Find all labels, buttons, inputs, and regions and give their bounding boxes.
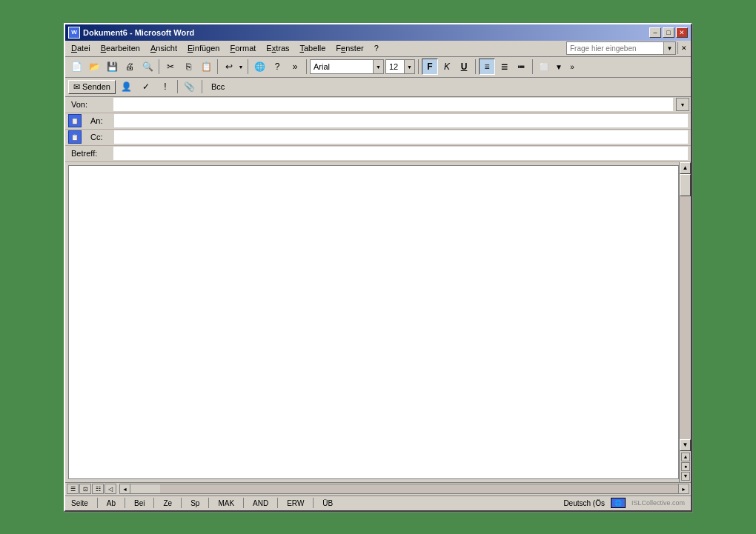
restore-button[interactable]: □	[663, 27, 674, 38]
scroll-left-btn[interactable]: ◄	[120, 484, 130, 493]
an-input[interactable]	[114, 114, 688, 127]
outline-view-btn[interactable]: ☷	[92, 484, 104, 494]
horizontal-scrollbar: ◄ ►	[119, 484, 689, 494]
help-close-btn[interactable]: ✕	[677, 42, 689, 54]
status-sep-4	[181, 498, 182, 508]
size-selector[interactable]: 12 ▼	[385, 59, 415, 74]
betreff-row: Betreff:	[65, 146, 691, 162]
menu-einfuegen[interactable]: Einfügen	[183, 42, 224, 54]
help-search-input[interactable]	[567, 44, 663, 53]
title-buttons: – □ ✕	[649, 27, 688, 38]
italic-button[interactable]: K	[439, 59, 455, 75]
scroll-right-btn[interactable]: ►	[678, 484, 689, 493]
cc-input-container	[114, 130, 688, 144]
close-button[interactable]: ✕	[676, 27, 688, 38]
font-selector[interactable]: Arial ▼	[310, 59, 384, 74]
border-button-group[interactable]: ⬜ ▼	[536, 59, 565, 75]
paste-btn[interactable]: 📋	[198, 59, 214, 75]
cc-icon: 📋	[68, 130, 82, 144]
print-btn[interactable]: 🖨	[122, 59, 138, 75]
von-input[interactable]	[113, 98, 673, 111]
scroll-center-btn[interactable]: ●	[681, 462, 690, 471]
title-bar: W Dokument6 - Microsoft Word – □ ✕	[65, 24, 691, 41]
cc-label: Cc:	[84, 131, 114, 143]
status-ze: Ze	[160, 499, 175, 507]
list-btn[interactable]: ≔	[513, 59, 529, 75]
save-btn[interactable]: 💾	[104, 59, 120, 75]
more-btn[interactable]: »	[287, 59, 303, 75]
scroll-next-page-btn[interactable]: ▼	[681, 472, 690, 481]
menu-datei[interactable]: Datei	[67, 42, 95, 54]
font-dropdown-arrow[interactable]: ▼	[373, 60, 383, 73]
bcc-button[interactable]: Bcc	[206, 80, 230, 93]
menu-format[interactable]: Format	[225, 42, 260, 54]
undo-arrow[interactable]: ▼	[237, 59, 245, 75]
menu-help[interactable]: ?	[370, 42, 383, 54]
menu-tabelle[interactable]: Tabelle	[296, 42, 331, 54]
normal-view-btn[interactable]: ☰	[67, 484, 79, 494]
cc-row: 📋 Cc:	[65, 130, 691, 146]
document-area[interactable]	[68, 165, 679, 479]
menu-ansicht[interactable]: Ansicht	[146, 42, 182, 54]
menu-bearbeiten[interactable]: Bearbeiten	[96, 42, 145, 54]
minimize-button[interactable]: –	[649, 27, 661, 38]
border-btn[interactable]: ⬜	[536, 59, 552, 75]
undo-btn[interactable]: ↩	[221, 59, 237, 75]
toolbar-sep-3	[248, 59, 248, 74]
watermark-text: ISLCollective.com	[629, 499, 688, 507]
vertical-scrollbar: ▲ ▼ ▲ ● ▼	[679, 162, 691, 482]
status-language: Deutsch (Ös	[560, 499, 608, 507]
scroll-thumb-h[interactable]	[130, 484, 160, 493]
status-sep-2	[125, 498, 125, 508]
preview-btn[interactable]: 🔍	[139, 59, 156, 75]
status-bar: Seite Ab Bei Ze Sp MAK AND ERW ÜB Deutsc…	[65, 495, 691, 510]
align-center-btn[interactable]: ☰	[496, 59, 512, 75]
align-left-btn[interactable]: ≡	[479, 59, 495, 75]
scroll-down-btn[interactable]: ▼	[680, 439, 691, 451]
size-dropdown-arrow[interactable]: ▼	[404, 60, 414, 73]
an-row: 📋 An:	[65, 113, 691, 130]
bcc-label: Bcc	[211, 82, 225, 91]
von-row: Von: ▼	[65, 97, 691, 113]
scroll-prev-page-btn[interactable]: ▲	[681, 453, 690, 461]
help-search-box[interactable]: ▼	[566, 41, 676, 55]
reading-view-btn[interactable]: ◁	[105, 484, 116, 494]
status-bei: Bei	[131, 499, 147, 507]
email-toolbar: ✉ Senden 👤 ✓ ! 📎 Bcc	[65, 78, 691, 97]
help-btn2[interactable]: ?	[269, 59, 285, 75]
language-icon[interactable]: 🌐	[611, 498, 626, 508]
open-btn[interactable]: 📂	[86, 59, 102, 75]
status-sep-5	[208, 498, 209, 508]
cc-input[interactable]	[114, 130, 688, 144]
priority-btn[interactable]: !	[157, 79, 173, 94]
menu-extras[interactable]: Extras	[262, 42, 294, 54]
copy-btn[interactable]: ⎘	[180, 59, 196, 75]
scroll-thumb-v[interactable]	[680, 174, 691, 196]
status-sep-8	[313, 498, 314, 508]
undo-group[interactable]: ↩ ▼	[221, 59, 245, 75]
betreff-input[interactable]	[113, 147, 688, 160]
send-button[interactable]: ✉ Senden	[68, 80, 116, 94]
von-dropdown-btn[interactable]: ▼	[676, 98, 689, 111]
toolbar-sep-4	[306, 59, 307, 74]
von-input-container	[113, 98, 673, 111]
addressbook-btn[interactable]: 👤	[119, 79, 135, 94]
toolbar-sep-7	[532, 59, 533, 74]
betreff-label: Betreff:	[65, 147, 113, 159]
align-buttons: ≡ ☰ ≔	[479, 59, 529, 75]
scroll-up-btn[interactable]: ▲	[680, 162, 691, 174]
cut-btn[interactable]: ✂	[162, 59, 179, 75]
link-btn[interactable]: 🌐	[251, 59, 268, 75]
attach-btn[interactable]: 📎	[182, 79, 198, 94]
help-dropdown-btn[interactable]: ▼	[663, 42, 675, 54]
menu-fenster[interactable]: Fenster	[331, 42, 368, 54]
border-arrow-btn[interactable]: ▼	[553, 59, 565, 75]
toolbar-more-btn[interactable]: »	[566, 59, 578, 75]
underline-button[interactable]: U	[456, 59, 472, 75]
status-sep-3	[153, 498, 154, 508]
send-label: Senden	[82, 82, 110, 91]
bold-button[interactable]: F	[422, 59, 438, 75]
layout-view-btn[interactable]: ⊡	[79, 484, 91, 494]
check-names-btn[interactable]: ✓	[138, 79, 154, 94]
new-btn[interactable]: 📄	[68, 59, 84, 75]
